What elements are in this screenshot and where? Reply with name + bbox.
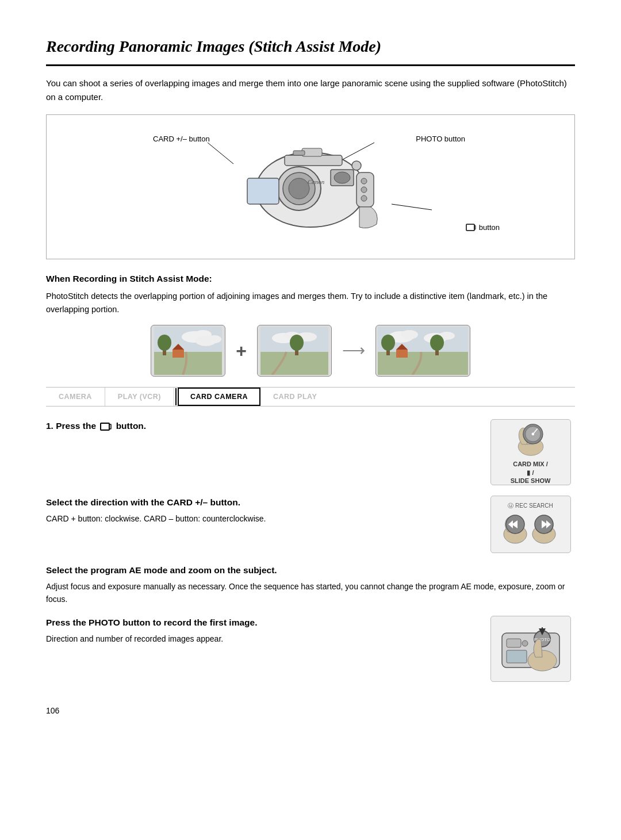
svg-point-39 [290,335,304,351]
step-4-body: Direction and number of recorded images … [46,632,476,645]
step-2-text: Select the direction with the CARD +/– b… [46,496,476,525]
card-mix-label: CARD MIX /▮ /SLIDE SHOW [511,460,551,485]
step-3: Select the program AE mode and zoom on t… [46,563,575,605]
label-card-plus: CARD +/– button [153,133,210,145]
svg-point-76 [522,640,528,646]
step-4-text: Press the PHOTO button to record the fir… [46,616,476,645]
card-mix-dial [502,420,559,458]
svg-point-15 [361,178,367,184]
tab-separator [175,388,177,405]
svg-rect-75 [507,650,527,663]
page-title: Recording Panoramic Images (Stitch Assis… [46,34,575,66]
step-2: Select the direction with the CARD +/– b… [46,496,575,553]
step-2-img: ⓤ REC SEARCH – + [490,496,571,553]
step-2-title: Select the direction with the CARD +/– b… [46,496,476,509]
svg-rect-46 [378,352,468,375]
svg-rect-49 [396,350,408,358]
page-number: 106 [46,705,575,717]
svg-point-8 [289,178,309,199]
plus-sign: + [236,337,247,365]
card-button-icon-step1 [100,422,112,431]
tab-card-camera[interactable]: CARD CAMERA [178,388,260,406]
pano-landscape-merged [378,327,468,375]
svg-rect-4 [474,225,476,229]
svg-point-52 [430,335,444,351]
pano-image-2 [257,325,332,377]
pano-landscape-1 [154,327,222,375]
arrow-sign: ⟶ [342,339,365,363]
svg-text:Canon: Canon [308,178,325,185]
svg-rect-3 [466,224,474,231]
pano-image-3 [375,325,470,377]
photo-button-illustration: PHOTO [496,622,565,676]
svg-point-19 [352,161,361,170]
tab-camera[interactable]: CAMERA [46,388,105,406]
step-3-title: Select the program AE mode and zoom on t… [46,563,575,577]
step-1: 1. Press the button. CARD MIX [46,419,575,485]
svg-rect-37 [260,352,328,375]
step-1-img: CARD MIX /▮ /SLIDE SHOW [490,419,571,485]
step-4-img: PHOTO [490,616,571,682]
svg-rect-13 [247,178,279,204]
step-4: Press the PHOTO button to record the fir… [46,616,575,682]
svg-point-29 [158,335,171,351]
svg-rect-30 [172,350,184,358]
step-4-img-col: PHOTO [486,616,575,682]
svg-rect-9 [285,155,342,166]
svg-point-59 [531,433,534,436]
label-button: button [466,222,500,233]
svg-text:+: + [542,520,546,528]
svg-rect-53 [101,423,109,430]
step-1-title: 1. Press the button. [46,419,476,432]
when-recording-body: PhotoStitch detects the overlapping port… [46,290,575,316]
svg-point-17 [361,195,367,201]
svg-rect-71 [507,639,521,647]
svg-point-16 [361,187,367,193]
step-3-body: Adjust focus and exposure manually as ne… [46,580,575,606]
svg-point-11 [334,172,350,183]
step-4-title: Press the PHOTO button to record the fir… [46,616,476,629]
mode-tabs: CAMERA PLAY (VCR) CARD CAMERA CARD PLAY [46,387,575,407]
svg-point-48 [381,335,395,351]
when-recording-heading: When Recording in Stitch Assist Mode: [46,272,575,285]
step-2-body: CARD + button: clockwise. CARD – button:… [46,512,476,525]
svg-rect-54 [109,424,111,429]
step-1-text: 1. Press the button. [46,419,476,435]
step-1-img-col: CARD MIX /▮ /SLIDE SHOW [486,419,575,485]
step-2-img-col: ⓤ REC SEARCH – + [486,496,575,553]
svg-rect-18 [293,151,305,155]
step-3-text: Select the program AE mode and zoom on t… [46,563,575,605]
label-photo: PHOTO button [416,133,465,145]
tab-card-play[interactable]: CARD PLAY [260,388,329,406]
camera-illustration: Canon [218,138,402,239]
rec-search-label: ⓤ REC SEARCH [508,501,553,510]
tab-play-vcr[interactable]: PLAY (VCR) [105,388,174,406]
intro-text: You can shoot a series of overlapping im… [46,76,575,104]
pano-landscape-2 [260,327,328,375]
camera-diagram: CARD +/– button PHOTO button button [46,114,575,259]
svg-text:–: – [513,520,517,528]
svg-point-26 [208,335,221,343]
panoramic-images-row: + ⟶ [46,325,575,377]
card-button-icon [466,223,476,232]
rec-search-buttons: – + [499,510,562,547]
svg-point-43 [401,330,418,339]
pano-image-1 [151,325,225,377]
